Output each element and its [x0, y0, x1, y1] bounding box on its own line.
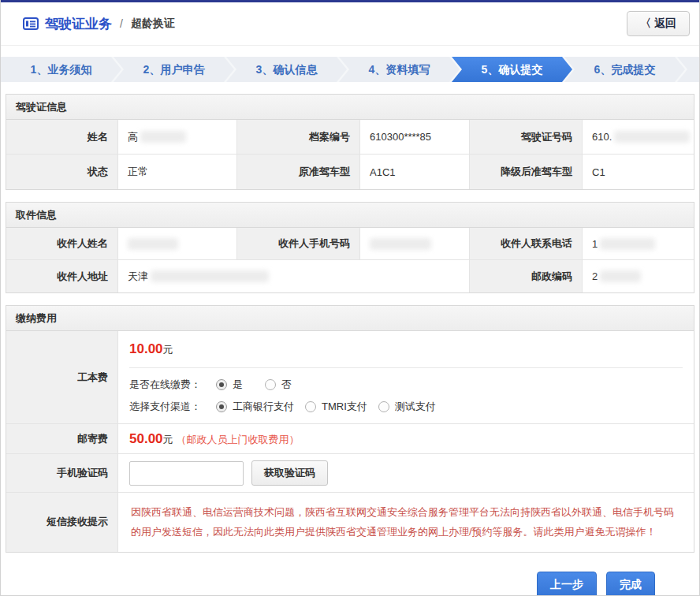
field-label-recipient-address: 收件人地址	[6, 260, 118, 292]
field-label-status: 状态	[6, 155, 118, 189]
radio-unselected-icon	[305, 401, 316, 412]
field-label-license-no: 驾驶证号码	[470, 120, 583, 155]
redacted-blur	[151, 270, 269, 282]
sms-code-input[interactable]	[129, 461, 244, 486]
payment-section-title: 缴纳费用	[6, 306, 694, 331]
field-label-archive-no: 档案编号	[237, 120, 360, 155]
radio-selected-icon	[216, 401, 227, 412]
pickup-info-section: 取件信息 收件人姓名 收件人手机号码 收件人联系电话 1 收件人地址 天津 邮政…	[6, 202, 694, 293]
redacted-blur	[600, 238, 655, 250]
pay-channel-question: 选择支付渠道：	[129, 400, 205, 414]
field-label-recipient-mobile: 收件人手机号码	[237, 228, 360, 260]
field-value-recipient-name	[118, 228, 237, 260]
page-subtitle: 超龄换证	[131, 17, 175, 31]
mail-fee-label: 邮寄费	[6, 424, 118, 454]
breadcrumb: 驾驶证业务 / 超龄换证	[23, 15, 175, 33]
channel-test-label: 测试支付	[395, 400, 436, 414]
redacted-blur	[370, 238, 431, 250]
license-info-section-title: 驾驶证信息	[6, 95, 694, 120]
work-fee-label: 工本费	[6, 331, 118, 424]
field-value-archive-no: 610300****85	[360, 120, 470, 155]
field-value-downgraded-class: C1	[583, 155, 694, 189]
step-3-confirm-info[interactable]: 3、确认信息	[226, 57, 347, 82]
channel-icbc-label: 工商银行支付	[233, 400, 294, 414]
sms-notice-label: 短信接收提示	[6, 493, 118, 552]
redacted-blur	[600, 270, 641, 282]
work-fee-unit: 元	[163, 344, 173, 356]
field-value-recipient-mobile	[360, 228, 470, 260]
footer-actions: 上一步 完成	[6, 553, 694, 596]
pay-channel-question-line: 选择支付渠道： 工商银行支付 TMRI支付	[129, 400, 683, 414]
online-pay-question-line: 是否在线缴费： 是 否	[129, 378, 683, 392]
work-fee-amount: 10.00	[129, 341, 163, 356]
work-fee-amount-line: 10.00元	[129, 331, 683, 368]
page-title: 驾驶证业务	[45, 15, 112, 33]
channel-tmri-radio[interactable]: TMRI支付	[305, 400, 367, 414]
payment-options: 是否在线缴费： 是 否	[129, 368, 683, 423]
previous-step-button[interactable]: 上一步	[537, 572, 597, 596]
field-value-status: 正常	[118, 155, 237, 189]
finish-button[interactable]: 完成	[606, 572, 655, 596]
redacted-blur	[614, 131, 690, 143]
mail-fee-unit: 元	[163, 434, 173, 445]
radio-unselected-icon	[378, 401, 389, 412]
field-value-recipient-address: 天津	[118, 260, 470, 292]
step-navigation: 1、业务须知 2、用户申告 3、确认信息 4、资料填写 5、确认提交 6、完成提…	[1, 57, 699, 82]
mail-fee-note: （邮政人员上门收取费用）	[177, 434, 300, 445]
sms-code-label: 手机验证码	[6, 454, 118, 493]
step-1-business-notice[interactable]: 1、业务须知	[1, 57, 121, 82]
field-label-postal-code: 邮政编码	[470, 260, 583, 292]
sms-notice-text: 因陕西省联通、电信运营商技术问题，陕西省互联网交通安全综合服务管理平台无法向持陕…	[129, 493, 683, 552]
online-pay-yes-radio[interactable]: 是	[216, 378, 243, 392]
field-label-downgraded-class: 降级后准驾车型	[470, 155, 583, 189]
field-value-postal-code: 2	[583, 260, 694, 292]
get-sms-code-button[interactable]: 获取验证码	[251, 460, 328, 486]
radio-selected-icon	[216, 379, 227, 390]
mail-fee-amount: 50.00	[129, 431, 163, 446]
channel-test-radio[interactable]: 测试支付	[378, 400, 436, 414]
field-value-original-class: A1C1	[360, 155, 470, 189]
redacted-blur	[128, 238, 178, 250]
step-6-complete-submit[interactable]: 6、完成提交	[564, 57, 685, 82]
field-label-recipient-phone: 收件人联系电话	[470, 228, 583, 260]
breadcrumb-separator: /	[120, 17, 123, 30]
field-label-original-class: 原准驾车型	[237, 155, 360, 189]
license-info-section: 驾驶证信息 姓名 高 档案编号 610300****85 驾驶证号码 610. …	[6, 94, 694, 190]
channel-icbc-radio[interactable]: 工商银行支付	[216, 400, 294, 414]
channel-tmri-label: TMRI支付	[322, 400, 367, 414]
radio-unselected-icon	[265, 379, 276, 390]
step-4-fill-materials[interactable]: 4、资料填写	[339, 57, 460, 82]
online-pay-question: 是否在线缴费：	[129, 378, 205, 392]
step-5-confirm-submit[interactable]: 5、确认提交	[452, 57, 572, 82]
chevron-left-icon: 〈	[640, 17, 651, 31]
field-label-recipient-name: 收件人姓名	[6, 228, 118, 260]
back-button-label: 返回	[654, 17, 676, 31]
redacted-blur	[140, 131, 186, 143]
mail-fee-amount-line: 50.00元（邮政人员上门收取费用）	[129, 431, 683, 447]
step-2-user-declaration[interactable]: 2、用户申告	[114, 57, 234, 82]
field-value-license-no: 610.	[583, 120, 694, 155]
back-button[interactable]: 〈 返回	[627, 11, 690, 36]
pickup-info-section-title: 取件信息	[6, 203, 694, 228]
pickup-info-table: 收件人姓名 收件人手机号码 收件人联系电话 1 收件人地址 天津 邮政编码 2	[6, 228, 694, 292]
online-pay-yes-label: 是	[233, 378, 243, 392]
field-value-name: 高	[118, 120, 237, 155]
license-info-table: 姓名 高 档案编号 610300****85 驾驶证号码 610. 状态 正常 …	[6, 120, 694, 189]
page: 驾驶证业务 / 超龄换证 〈 返回 1、业务须知 2、用户申告 3、确认信息 4…	[0, 0, 700, 596]
field-label-name: 姓名	[6, 120, 118, 155]
license-menu-icon	[23, 17, 39, 30]
field-value-recipient-phone: 1	[583, 228, 694, 260]
page-header: 驾驶证业务 / 超龄换证 〈 返回	[1, 2, 699, 46]
online-pay-no-label: 否	[281, 378, 292, 392]
payment-table: 工本费 10.00元 是否在线缴费： 是	[6, 331, 694, 552]
online-pay-no-radio[interactable]: 否	[265, 378, 292, 392]
payment-section: 缴纳费用 工本费 10.00元 是否在线缴费：	[6, 305, 694, 553]
